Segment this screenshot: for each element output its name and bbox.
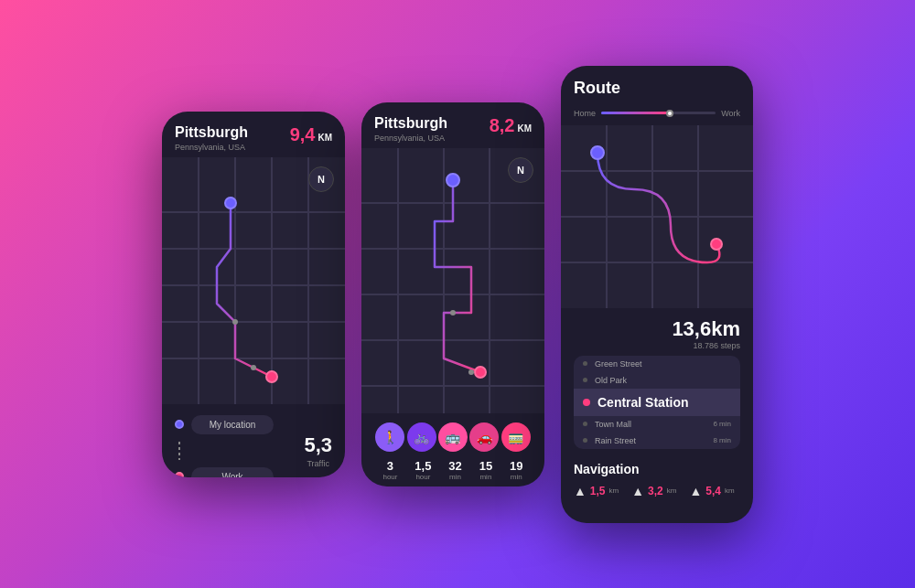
svg-point-23: [450, 310, 456, 315]
phone3-title: Route: [574, 79, 620, 98]
km-steps: 18.786 steps: [574, 341, 740, 350]
nav-item-1: ▲ 1,5 km: [574, 484, 619, 498]
phone1-distance-unit: KM: [318, 133, 332, 143]
nav-unit-1: km: [609, 486, 619, 495]
transport-val-car: 15 min: [479, 459, 492, 481]
traffic-label: Traffic: [304, 459, 332, 468]
nav-dist-3: 5,4: [705, 485, 721, 497]
location-item-mylocation: My location: [175, 415, 274, 434]
transport-val-bike: 1,5 hour: [414, 459, 431, 481]
stop-old-park: Old Park: [574, 372, 740, 389]
traffic-info: 5,3 Traffic: [304, 433, 332, 468]
phone2-distance-num: 8,2: [490, 115, 515, 136]
svg-point-22: [475, 367, 486, 378]
km-big: 13,6km: [574, 317, 740, 341]
transport-train[interactable]: 🚃: [501, 422, 531, 452]
phone1-city: Pittsburgh: [175, 124, 248, 141]
route-progress-bar: Home Work: [561, 105, 753, 125]
svg-point-11: [232, 319, 238, 325]
phone1-state: Pennsylvania, USA: [175, 143, 248, 152]
progress-track: [601, 112, 716, 114]
work-dot: [175, 472, 184, 477]
transport-walk[interactable]: 🚶: [375, 422, 404, 452]
stop-name-2: Old Park: [595, 376, 627, 385]
phone2-city: Pittsburgh: [374, 115, 447, 132]
nav-dist-2: 3,2: [648, 485, 663, 497]
nav-dist-1: 1,5: [590, 485, 606, 497]
phone-2: Pittsburgh Pennsylvania, USA 8,2 KM N: [361, 102, 544, 486]
phone-1: Pittsburgh Pennsylvania, USA 9,4 KM N: [162, 112, 345, 477]
km-display: 13,6km 18.786 steps: [561, 308, 753, 356]
svg-point-21: [447, 174, 459, 187]
nav-arrow-3: ▲: [689, 484, 702, 498]
transport-val-walk: 3 hour: [382, 459, 397, 481]
stop-dot-1: [583, 361, 587, 366]
location-connector: [178, 442, 180, 460]
stop-dist-5: 8 min: [713, 436, 731, 444]
phone2-map: N: [361, 148, 544, 413]
phone1-map: N: [162, 157, 345, 404]
phone1-header: Pittsburgh Pennsylvania, USA 9,4 KM: [162, 112, 345, 157]
my-location-label: My location: [191, 415, 274, 434]
transport-car[interactable]: 🚗: [469, 422, 499, 452]
transport-val-train: 19 min: [510, 459, 522, 481]
svg-point-10: [266, 371, 277, 382]
stop-dot-2: [583, 378, 587, 382]
phone2-state: Pennsylvania, USA: [374, 134, 447, 143]
phone3-header: Route: [561, 66, 753, 105]
nav-item-3: ▲ 5,4 km: [689, 484, 734, 498]
stop-name-5: Rain Street: [595, 436, 636, 445]
svg-point-32: [711, 239, 722, 250]
my-location-dot: [175, 420, 184, 429]
nav-arrow-2: ▲: [631, 484, 644, 498]
stop-rain-street: Rain Street 8 min: [574, 433, 740, 449]
nav-unit-2: km: [667, 486, 677, 495]
phone1-distance-num: 9,4: [290, 124, 316, 145]
phone2-distance-unit: KM: [517, 123, 532, 134]
phone1-north: N: [308, 166, 334, 192]
phone2-header: Pittsburgh Pennsylvania, USA 8,2 KM: [361, 102, 544, 148]
transport-icons: 🚶 🚲 🚌 🚗 🚃: [374, 422, 532, 452]
stop-dot-3: [583, 399, 590, 406]
progress-fill: [601, 112, 670, 114]
stop-dot-4: [583, 422, 587, 426]
phone2-north: N: [508, 157, 533, 183]
svg-point-12: [251, 365, 256, 370]
svg-point-9: [225, 198, 236, 208]
transport-bike[interactable]: 🚲: [407, 422, 436, 452]
stop-dot-5: [583, 438, 587, 443]
work-label: Work: [191, 467, 274, 477]
progress-dot: [666, 110, 673, 117]
phone2-bottom: 🚶 🚲 🚌 🚗 🚃 3 hour 1,5 hour 32 min: [361, 413, 544, 486]
nav-unit-3: km: [725, 486, 735, 495]
stop-name-4: Town Mall: [595, 420, 631, 429]
nav-arrow-1: ▲: [574, 484, 587, 498]
traffic-value: 5,3: [304, 433, 332, 457]
to-label: Work: [721, 109, 740, 118]
stop-dist-4: 6 min: [713, 420, 731, 428]
phone-3: Route Home Work: [561, 66, 753, 523]
stop-town-mall: Town Mall 6 min: [574, 416, 740, 433]
transport-bus[interactable]: 🚌: [438, 422, 468, 452]
location-items: My location Work: [175, 415, 274, 477]
phone1-distance-badge: 9,4 KM: [290, 124, 332, 145]
phone3-map: [561, 125, 753, 308]
location-item-work: Work: [175, 467, 274, 477]
from-label: Home: [574, 109, 596, 118]
stop-name-3: Central Station: [597, 395, 689, 410]
phone1-bottom: My location Work 5,3 Traffic: [162, 404, 345, 477]
navigation-section: Navigation ▲ 1,5 km ▲ 3,2 km ▲ 5,4 km: [561, 456, 753, 508]
route-stops: Green Street Old Park Central Station To…: [574, 356, 740, 449]
navigation-title: Navigation: [574, 462, 740, 476]
stop-central-station: Central Station: [574, 389, 740, 416]
stop-green-street: Green Street: [574, 356, 740, 372]
nav-items: ▲ 1,5 km ▲ 3,2 km ▲ 5,4 km: [574, 484, 740, 498]
svg-point-31: [591, 146, 604, 159]
svg-point-24: [468, 369, 474, 375]
nav-item-2: ▲ 3,2 km: [631, 484, 676, 498]
stop-name-1: Green Street: [595, 359, 642, 369]
transport-values: 3 hour 1,5 hour 32 min 15 min 19 min: [374, 459, 532, 481]
transport-val-bus: 32 min: [448, 459, 461, 481]
phone2-distance-badge: 8,2 KM: [490, 115, 532, 136]
phones-container: Pittsburgh Pennsylvania, USA 9,4 KM N: [162, 66, 753, 523]
